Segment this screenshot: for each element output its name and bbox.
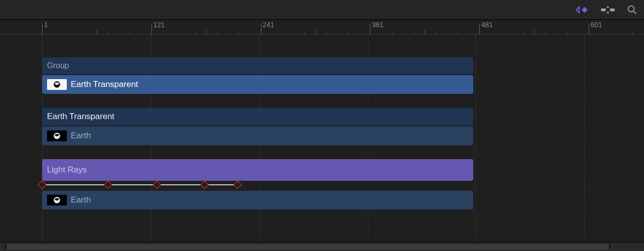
scrollbar-cap-right[interactable] [609, 244, 610, 250]
svg-rect-0 [601, 8, 606, 11]
layer-label: Earth [71, 195, 91, 205]
layer-thumbnail [47, 195, 67, 206]
group-header-label: Group [47, 61, 69, 70]
layer-bar-earth-transparent-selected[interactable]: Earth Transparent [42, 75, 473, 94]
layer-thumbnail [47, 79, 67, 90]
layer-bar-earth[interactable]: Earth [42, 126, 473, 145]
keyframe-marker[interactable] [104, 181, 112, 189]
layer-bar-earth[interactable]: Earth [42, 191, 473, 209]
scrollbar-cap-left[interactable] [5, 244, 6, 250]
group-header-bar[interactable]: Group [42, 57, 473, 74]
keyframe-marker[interactable] [200, 181, 209, 189]
effect-label: Light Rays [47, 165, 87, 175]
ruler-label: 601 [591, 21, 602, 29]
svg-rect-3 [607, 12, 609, 13]
svg-line-5 [634, 11, 636, 14]
timeline-toolbar [0, 0, 644, 20]
ruler-label: 241 [263, 21, 274, 29]
keyframe-marker[interactable] [153, 181, 161, 189]
svg-rect-1 [610, 8, 615, 11]
ruler-label: 481 [481, 21, 493, 29]
scrollbar-thumb[interactable] [5, 244, 610, 250]
ruler-label: 1 [44, 21, 48, 29]
svg-rect-2 [607, 6, 609, 8]
svg-point-4 [628, 6, 634, 12]
group-header-label: Earth Transparent [47, 112, 114, 122]
timeline-area[interactable]: Group Earth Transparent Earth Transparen… [0, 35, 644, 242]
keyframe-track[interactable] [42, 184, 240, 185]
keyframe-marker[interactable] [234, 181, 242, 189]
effect-bar-light-rays[interactable]: Light Rays [42, 159, 473, 181]
group-header-bar[interactable]: Earth Transparent [42, 108, 473, 126]
keyframe-marker[interactable] [38, 181, 47, 189]
snap-icon[interactable] [600, 5, 615, 14]
layer-label: Earth [71, 131, 91, 141]
ruler-label: 361 [372, 21, 383, 29]
timeline-ruler[interactable]: 1121241361481601 [0, 20, 644, 35]
layer-thumbnail [47, 130, 67, 141]
ruler-label: 121 [153, 21, 165, 29]
layer-label: Earth Transparent [71, 80, 138, 89]
search-icon[interactable] [627, 5, 637, 15]
timeline-horizontal-scrollbar[interactable] [0, 242, 644, 251]
keyframe-toggle-icon[interactable] [572, 5, 589, 14]
